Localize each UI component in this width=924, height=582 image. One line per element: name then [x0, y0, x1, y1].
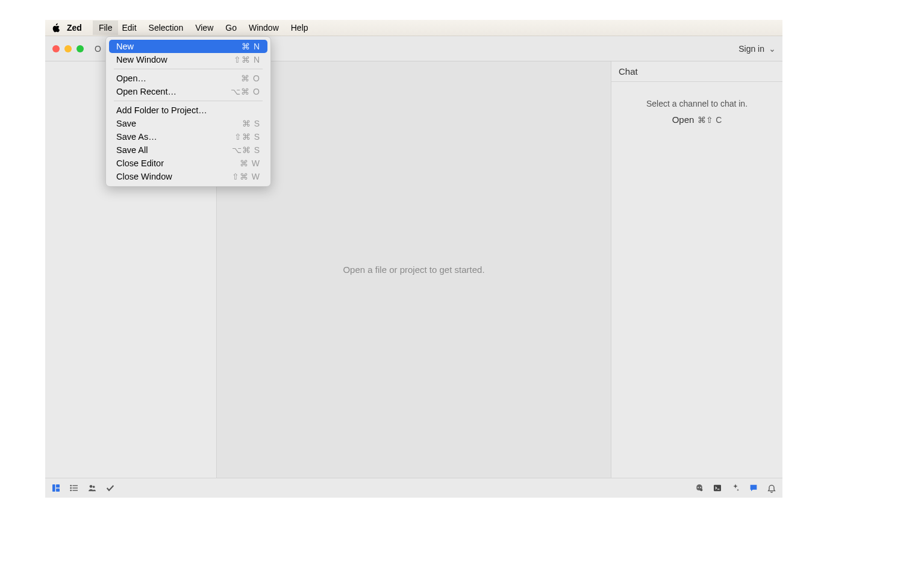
- menu-item-shortcut: ⌘ N: [242, 42, 260, 51]
- diagnostics-check-icon[interactable]: [105, 483, 115, 493]
- traffic-lights: [52, 45, 84, 52]
- status-bar: [45, 478, 782, 498]
- menu-item-shortcut: ⌥⌘ S: [232, 145, 260, 155]
- svg-point-12: [700, 487, 701, 488]
- svg-rect-2: [56, 489, 60, 492]
- project-panel-icon[interactable]: [51, 483, 61, 493]
- menu-item-shortcut: ⌘ O: [241, 74, 260, 83]
- signin-label: Sign in: [738, 44, 764, 54]
- menu-item-label: New: [116, 42, 134, 51]
- menu-go[interactable]: Go: [225, 23, 237, 33]
- collab-icon[interactable]: [87, 483, 97, 493]
- chat-icon[interactable]: [749, 483, 758, 493]
- menu-item-add-folder[interactable]: Add Folder to Project…: [109, 104, 267, 117]
- window-title-partial: O: [95, 44, 101, 54]
- menu-item-close-editor[interactable]: Close Editor ⌘ W: [109, 157, 267, 170]
- menu-item-label: Save All: [116, 145, 148, 155]
- system-menubar: Zed File Edit Selection View Go Window H…: [45, 20, 782, 36]
- menu-item-label: Close Window: [116, 172, 172, 181]
- svg-point-6: [70, 485, 71, 486]
- menu-item-new-window[interactable]: New Window ⇧⌘ N: [109, 53, 267, 66]
- menu-separator: [114, 69, 263, 69]
- menu-selection[interactable]: Selection: [149, 23, 184, 33]
- menu-item-shortcut: ⇧⌘ S: [234, 132, 260, 142]
- editor-placeholder: Open a file or project to get started.: [343, 264, 484, 275]
- svg-point-8: [70, 490, 71, 490]
- menu-item-label: Open Recent…: [116, 87, 176, 96]
- menu-item-open-recent[interactable]: Open Recent… ⌥⌘ O: [109, 85, 267, 98]
- svg-point-13: [700, 489, 702, 491]
- menu-item-save-all[interactable]: Save All ⌥⌘ S: [109, 143, 267, 157]
- notifications-icon[interactable]: [767, 483, 776, 493]
- menu-item-save-as[interactable]: Save As… ⇧⌘ S: [109, 130, 267, 143]
- menu-separator: [114, 101, 263, 101]
- svg-point-10: [93, 486, 95, 488]
- menu-item-label: Save As…: [116, 132, 157, 142]
- svg-point-9: [90, 485, 93, 488]
- maximize-window-button[interactable]: [76, 45, 84, 52]
- menu-file[interactable]: File: [93, 20, 119, 35]
- menu-view[interactable]: View: [195, 23, 213, 33]
- chat-panel-body: Select a channel to chat in. Open ⌘⇧ C: [611, 82, 782, 142]
- outline-panel-icon[interactable]: [69, 483, 79, 493]
- chat-open-shortcut: ⌘⇧ C: [698, 115, 722, 125]
- minimize-window-button[interactable]: [64, 45, 72, 52]
- menu-item-shortcut: ⇧⌘ W: [232, 172, 260, 181]
- ai-assist-icon[interactable]: [731, 483, 740, 493]
- editor-area[interactable]: Open a file or project to get started.: [217, 61, 611, 478]
- signin-button[interactable]: Sign in: [738, 44, 775, 54]
- svg-point-11: [698, 487, 699, 488]
- svg-point-7: [70, 487, 71, 488]
- svg-rect-14: [714, 485, 721, 492]
- copilot-icon[interactable]: [695, 483, 704, 493]
- menu-item-new[interactable]: New ⌘ N: [109, 40, 267, 53]
- chat-open-label: Open: [672, 114, 695, 125]
- menu-window[interactable]: Window: [249, 23, 279, 33]
- close-window-button[interactable]: [52, 45, 60, 52]
- menu-item-shortcut: ⌥⌘ O: [231, 87, 260, 96]
- menu-edit[interactable]: Edit: [122, 23, 136, 33]
- menu-item-shortcut: ⇧⌘ N: [234, 55, 260, 64]
- menu-item-label: Save: [116, 119, 136, 128]
- menu-item-label: Open…: [116, 74, 146, 83]
- svg-rect-1: [56, 484, 60, 487]
- file-dropdown-menu: New ⌘ N New Window ⇧⌘ N Open… ⌘ O Open R…: [105, 36, 271, 187]
- svg-rect-0: [52, 484, 55, 492]
- menu-item-close-window[interactable]: Close Window ⇧⌘ W: [109, 170, 267, 183]
- menu-item-label: New Window: [116, 55, 167, 64]
- menu-item-open[interactable]: Open… ⌘ O: [109, 72, 267, 85]
- chat-select-text: Select a channel to chat in.: [620, 99, 774, 108]
- chevron-down-icon: [769, 46, 775, 52]
- chat-panel: Chat Select a channel to chat in. Open ⌘…: [611, 61, 782, 478]
- app-name[interactable]: Zed: [67, 23, 82, 33]
- menu-item-save[interactable]: Save ⌘ S: [109, 117, 267, 130]
- menu-item-label: Add Folder to Project…: [116, 105, 207, 115]
- apple-logo-icon[interactable]: [50, 22, 61, 33]
- menu-item-label: Close Editor: [116, 158, 164, 168]
- chat-panel-header: Chat: [611, 61, 782, 82]
- menu-item-shortcut: ⌘ W: [240, 158, 260, 168]
- chat-open-link[interactable]: Open ⌘⇧ C: [620, 114, 774, 125]
- terminal-icon[interactable]: [713, 483, 722, 493]
- menu-help[interactable]: Help: [291, 23, 308, 33]
- menu-item-shortcut: ⌘ S: [242, 119, 260, 128]
